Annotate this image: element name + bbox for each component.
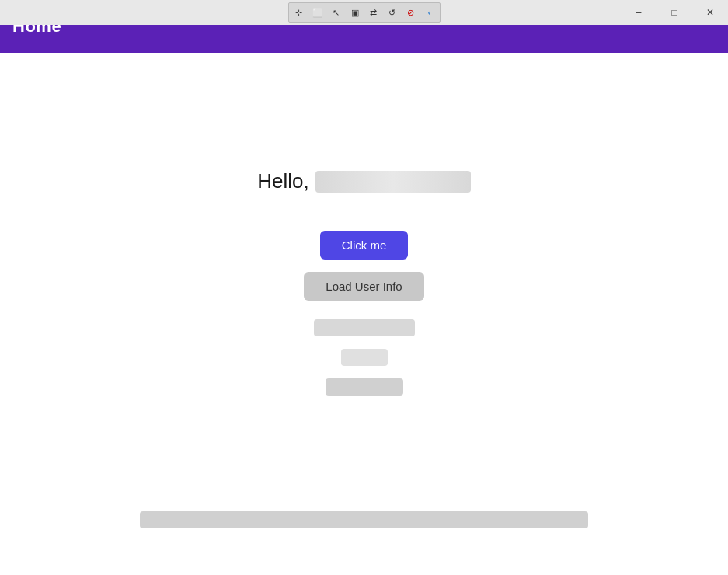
stop-tool-btn[interactable]: ⊘ — [402, 4, 420, 21]
window-controls: – □ ✕ — [621, 0, 728, 25]
placeholder-bar-1 — [314, 319, 415, 336]
maximize-button[interactable]: □ — [657, 0, 692, 25]
window-tool-btn[interactable]: ▣ — [347, 4, 364, 21]
main-content: Hello, Click me Load User Info — [0, 53, 728, 575]
placeholder-bar-3 — [326, 378, 403, 396]
click-me-button[interactable]: Click me — [320, 231, 409, 260]
cursor-click-btn[interactable]: ↖ — [328, 4, 345, 21]
hello-row: Hello, — [257, 169, 470, 193]
bottom-bar — [140, 511, 588, 528]
load-user-button[interactable]: Load User Info — [304, 272, 423, 301]
swap-tool-btn[interactable]: ⇄ — [365, 4, 382, 21]
hello-label: Hello, — [257, 169, 308, 193]
placeholder-bar-2 — [341, 349, 388, 366]
refresh-tool-btn[interactable]: ↺ — [384, 4, 401, 21]
cursor-tool-btn[interactable]: ⊹ — [291, 4, 308, 21]
hello-value-placeholder — [315, 171, 471, 193]
collapse-tool-btn[interactable]: ‹ — [421, 4, 438, 21]
minimize-button[interactable]: – — [621, 0, 657, 25]
screen-tool-btn[interactable]: ⬜ — [309, 4, 326, 21]
dev-toolbar-group: ⊹ ⬜ ↖ ▣ ⇄ ↺ ⊘ ‹ — [288, 2, 441, 23]
close-button[interactable]: ✕ — [692, 0, 728, 25]
dev-toolbar: ⊹ ⬜ ↖ ▣ ⇄ ↺ ⊘ ‹ — [0, 0, 728, 25]
